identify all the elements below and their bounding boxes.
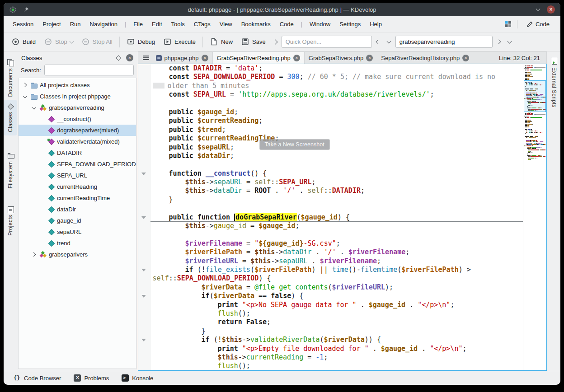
stop-button[interactable]: Stop: [41, 35, 76, 48]
area-grid-icon[interactable]: [505, 21, 512, 28]
fold-marker[interactable]: [138, 336, 150, 344]
external-scripts-tab[interactable]: External Scripts: [548, 55, 560, 110]
search-next-button[interactable]: [494, 37, 503, 47]
tab-close-icon[interactable]: [462, 55, 469, 61]
toolbar-overflow-button[interactable]: [271, 37, 280, 47]
code-line[interactable]: function __construct() {: [138, 169, 523, 178]
tree-item--construct-[interactable]: __construct(): [19, 113, 136, 125]
pin-icon[interactable]: [23, 6, 29, 13]
search-dropdown-button[interactable]: [505, 37, 514, 47]
quickopen-prev-button[interactable]: [374, 37, 383, 47]
menu-item-project[interactable]: Project: [38, 18, 65, 30]
save-button[interactable]: Save: [238, 35, 269, 48]
editor-tab-separiverreadinghistory-php[interactable]: SepaRiverReadingHistory.php: [377, 52, 473, 64]
code-line[interactable]: public $dataDir;: [138, 152, 523, 160]
sidebar-tab-projects[interactable]: Projects: [4, 203, 17, 239]
code-line[interactable]: $riverData = @file_get_contents($riverFi…: [138, 283, 523, 292]
menu-item-help[interactable]: Help: [365, 18, 386, 30]
tree-item-gauge-id[interactable]: gauge_id: [19, 215, 136, 226]
menu-item-navigation[interactable]: Navigation: [85, 18, 122, 30]
menu-item-edit[interactable]: Edit: [147, 18, 166, 30]
code-area[interactable]: const DATADIR = 'data';const SEPA_DOWNLO…: [138, 64, 523, 370]
tree-item-sepaurl[interactable]: sepaURL: [19, 226, 136, 238]
close-panel-icon[interactable]: [126, 54, 133, 61]
code-line[interactable]: public $gauge_id;: [138, 108, 523, 117]
editor-tab-grabsepariverreading-php[interactable]: GrabSepaRiverReading.php: [212, 52, 305, 64]
tree-item-datadir[interactable]: dataDir: [19, 204, 136, 215]
code-area-button[interactable]: Code: [523, 19, 553, 29]
quickopen-dropdown-button[interactable]: [385, 37, 394, 47]
code-line[interactable]: public $trend;: [138, 126, 523, 134]
debug-button[interactable]: Debug: [123, 35, 158, 48]
quick-open-input[interactable]: [282, 36, 372, 48]
code-line[interactable]: [138, 230, 523, 239]
tab-close-icon[interactable]: [202, 55, 208, 61]
menu-item-window[interactable]: Window: [305, 18, 335, 30]
toolbar-search-input[interactable]: [395, 36, 493, 48]
code-line[interactable]: $riverFilePath = $this->dataDir . '/' . …: [138, 248, 523, 257]
menu-item-run[interactable]: Run: [66, 18, 85, 30]
tree-item-grabseparivers[interactable]: grabseparivers: [19, 249, 136, 260]
document-list-icon[interactable]: [143, 56, 149, 60]
menu-item-file[interactable]: File: [129, 18, 147, 30]
menu-item-session[interactable]: Session: [8, 18, 38, 30]
expander-collapsed-icon[interactable]: [22, 82, 28, 88]
tree-item-dograbsepariver-mixed-[interactable]: dograbsepariver(mixed): [19, 125, 136, 136]
code-line[interactable]: $riverFilename = "${gauge_id}-SG.csv";: [138, 239, 523, 248]
tab-close-icon[interactable]: [293, 55, 300, 61]
code-line[interactable]: const SEPA_URL = 'http://apps.sepa.org.u…: [138, 90, 523, 99]
detach-panel-icon[interactable]: [116, 55, 122, 61]
code-line[interactable]: flush();: [138, 309, 523, 318]
editor-tab-phppage-php[interactable]: phppage.php: [152, 52, 212, 64]
code-line[interactable]: [138, 99, 523, 108]
code-line[interactable]: $this->currentReading = -1;: [138, 353, 523, 362]
code-line[interactable]: public $sepaURL;: [138, 143, 523, 152]
fold-marker[interactable]: [138, 213, 150, 222]
code-line[interactable]: $this->sepaURL = self::SEPA_URL;: [138, 178, 523, 187]
code-line[interactable]: if (!file_exists($riverFilePath) || time…: [138, 266, 523, 274]
menu-item-settings[interactable]: Settings: [335, 18, 365, 30]
menu-item-code[interactable]: Code: [275, 18, 298, 30]
tree-item-sepa-url[interactable]: SEPA_URL: [19, 170, 136, 181]
tree-item-classes-in-project-phppage[interactable]: Classes in project phppage: [19, 91, 136, 102]
sidebar-tab-filesystem[interactable]: Filesystem: [4, 149, 17, 191]
code-line[interactable]: $this->gauge_id = $gauge_id;: [138, 222, 523, 230]
editor-tab-grabseparivers-php[interactable]: GrabSepaRivers.php: [305, 52, 377, 64]
code-line[interactable]: public function doGrabSepaRiver($gauge_i…: [138, 213, 523, 222]
code-line[interactable]: self::SEPA_DOWNLOAD_PERIOD) {: [138, 274, 523, 283]
code-line[interactable]: [138, 204, 523, 213]
build-button[interactable]: Build: [8, 35, 39, 48]
tree-item-grabsepariverreading[interactable]: grabsepariverreading: [19, 102, 136, 113]
status-code-browser[interactable]: Code Browser: [9, 373, 66, 383]
code-line[interactable]: older than 5 minutes: [138, 82, 523, 90]
sidebar-tab-documents[interactable]: Documents: [4, 56, 17, 100]
expander-expanded-icon[interactable]: [31, 105, 37, 111]
code-line[interactable]: const SEPA_DOWNLOAD_PERIOD = 300; // 60 …: [138, 73, 523, 81]
menu-item-bookmarks[interactable]: Bookmarks: [237, 18, 275, 30]
code-line[interactable]: if($riverData == false) {: [138, 292, 523, 300]
class-search-input[interactable]: [44, 65, 134, 75]
stop-all-button[interactable]: Stop All: [78, 35, 116, 48]
window-shade-icon[interactable]: [536, 7, 540, 11]
stop-dropdown-icon[interactable]: [69, 39, 74, 43]
sidebar-tab-classes[interactable]: Classes: [4, 100, 17, 135]
menu-item-ctags[interactable]: CTags: [189, 18, 215, 30]
code-line[interactable]: flush();: [138, 362, 523, 370]
code-line[interactable]: const DATADIR = 'data';: [138, 64, 523, 73]
tree-item-currentreadingtime[interactable]: currentReadingTime: [19, 192, 136, 204]
fold-marker[interactable]: [138, 292, 150, 300]
expander-collapsed-icon[interactable]: [31, 252, 37, 257]
tree-item-datadir[interactable]: DATADIR: [19, 147, 136, 159]
code-line[interactable]: public $currentReadingTime;: [138, 134, 523, 143]
expander-expanded-icon[interactable]: [22, 93, 28, 99]
code-line[interactable]: return False;: [138, 318, 523, 327]
menu-item-view[interactable]: View: [215, 18, 237, 30]
minimap-scrollbar[interactable]: [523, 64, 546, 370]
code-line[interactable]: if (!$this->validateRiverData($riverData…: [138, 336, 523, 344]
tree-item-validateriverdata-mixed-[interactable]: validateriverdata(mixed): [19, 136, 136, 147]
menu-item-tools[interactable]: Tools: [167, 18, 189, 30]
tree-item-trend[interactable]: trend: [19, 238, 136, 249]
code-line[interactable]: [138, 160, 523, 169]
tree-item-all-projects-classes[interactable]: All projects classes: [19, 79, 136, 91]
code-line[interactable]: public $currentReading;: [138, 117, 523, 125]
